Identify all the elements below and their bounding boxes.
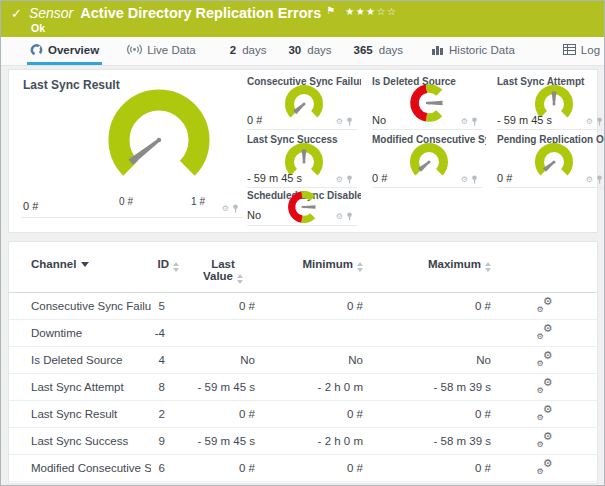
gauge-pin-icon[interactable]: [596, 175, 603, 184]
sensor-overview-window: ✓ Sensor Active Directory Replication Er…: [0, 0, 605, 486]
gauges-panel: Last Sync Result 0 # 1 # 0 # ⚙ Consecuti…: [8, 69, 598, 233]
column-header-last-value[interactable]: LastValue: [189, 242, 257, 293]
tile-divider: [21, 217, 243, 218]
gauge-tile-scheduled-sync-disabled[interactable]: Scheduled Sync Disabled No ⚙: [247, 188, 361, 226]
gauge-settings-gear-icon[interactable]: ⚙: [336, 176, 343, 184]
gauge-value: 0 #: [247, 114, 262, 126]
channel-last-value: [189, 320, 257, 347]
gauge-settings-gear-icon[interactable]: ⚙: [461, 118, 468, 126]
channel-settings-icon[interactable]: ⚙⚙: [538, 352, 553, 366]
tab-live-data-label: Live Data: [147, 44, 196, 56]
tile-divider: [372, 187, 482, 188]
channel-settings-icon[interactable]: ⚙⚙: [538, 325, 553, 339]
tab-overview[interactable]: Overview: [27, 37, 102, 65]
gauge-value: No: [372, 114, 386, 126]
sort-toggle-icon: [173, 262, 179, 272]
sensor-tabbar: Overview Live Data 2 days 30 days 365 da…: [1, 37, 604, 66]
tab-log-label: Log: [581, 44, 600, 56]
bar-chart-icon: [431, 44, 444, 55]
channel-last-value: 0 #: [189, 401, 257, 428]
column-header-id[interactable]: ID: [151, 242, 189, 293]
gauge-pin-icon[interactable]: [346, 175, 353, 184]
gauge-scale-min: 0 #: [111, 196, 141, 207]
gauge-tile-last-sync-result[interactable]: Last Sync Result 0 # 1 # 0 # ⚙: [19, 74, 245, 220]
gauge-settings-gear-icon[interactable]: ⚙: [461, 176, 468, 184]
tile-divider: [372, 129, 482, 130]
consecutive-sync-failures-gauge: [281, 84, 327, 124]
gauge-pin-icon[interactable]: [346, 117, 353, 126]
gauge-icon: [30, 43, 43, 56]
priority-stars[interactable]: ★★★☆☆: [345, 6, 397, 17]
column-header-minimum[interactable]: Minimum: [257, 242, 365, 293]
channel-maximum: 1 #: [365, 482, 493, 486]
table-row[interactable]: Downtime -4 ⚙⚙: [9, 320, 597, 347]
channel-name[interactable]: Last Sync Success: [9, 428, 151, 455]
channel-name[interactable]: Last Sync Attempt: [9, 374, 151, 401]
table-row[interactable]: Last Sync Attempt 8 - 59 m 45 s - 2 h 0 …: [9, 374, 597, 401]
gauge-pin-icon[interactable]: [596, 117, 603, 126]
channel-id: 9: [151, 428, 189, 455]
channel-maximum: 0 #: [365, 455, 493, 482]
gauge-pin-icon[interactable]: [471, 175, 478, 184]
gauge-needle: [552, 92, 557, 105]
priority-flag-icon[interactable]: ⚑: [326, 5, 335, 16]
table-row[interactable]: Pending Replication Op... 7 0 # 0 # 1 # …: [9, 482, 597, 486]
tab-30-days[interactable]: 30 days: [285, 37, 334, 65]
channel-settings-icon[interactable]: ⚙⚙: [538, 406, 553, 420]
gauge-tile-consecutive-sync-failures[interactable]: Consecutive Sync Failures 0 # ⚙: [247, 74, 361, 132]
channel-last-value: - 59 m 45 s: [189, 374, 257, 401]
tab-log[interactable]: Log: [560, 37, 603, 65]
gauge-value: 0 #: [372, 172, 387, 184]
gauge-settings-gear-icon[interactable]: ⚙: [336, 118, 343, 126]
table-row[interactable]: Last Sync Result 2 0 # 0 # 0 # ⚙⚙: [9, 401, 597, 428]
sort-toggle-icon: [357, 262, 363, 272]
tab-365-days[interactable]: 365 days: [351, 37, 406, 65]
pending-replication-operations-gauge: [531, 142, 577, 182]
gauge-settings-gear-icon[interactable]: ⚙: [586, 176, 593, 184]
gauge-settings-gear-icon[interactable]: ⚙: [586, 118, 593, 126]
channel-minimum: - 2 h 0 m: [257, 428, 365, 455]
gauge-pin-icon[interactable]: [471, 117, 478, 126]
ok-check-icon: ✓: [11, 6, 22, 21]
column-header-channel[interactable]: Channel: [9, 242, 151, 293]
channel-maximum: - 58 m 39 s: [365, 374, 493, 401]
table-row[interactable]: Consecutive Sync Failur... 5 0 # 0 # 0 #…: [9, 293, 597, 320]
column-header-maximum[interactable]: Maximum: [365, 242, 493, 293]
table-row[interactable]: Last Sync Success 9 - 59 m 45 s - 2 h 0 …: [9, 428, 597, 455]
channel-settings-icon[interactable]: ⚙⚙: [538, 298, 553, 312]
channel-name[interactable]: Last Sync Result: [9, 401, 151, 428]
tab-365-days-label: days: [379, 44, 403, 56]
log-list-icon: [563, 44, 576, 55]
gauge-needle: [302, 150, 307, 163]
gauge-settings-gear-icon[interactable]: ⚙: [336, 213, 343, 221]
tab-2-days[interactable]: 2 days: [227, 37, 270, 65]
gauge-tile-last-sync-success[interactable]: Last Sync Success - 59 m 45 s ⚙: [247, 132, 361, 190]
gauge-tile-modified-consecutive-sync-failures[interactable]: Modified Consecutive Sync F... 0 # ⚙: [372, 132, 486, 190]
gauge-value: No: [247, 209, 261, 221]
channel-name[interactable]: Consecutive Sync Failur...: [9, 293, 151, 320]
gauge-tile-last-sync-attempt[interactable]: Last Sync Attempt - 59 m 45 s ⚙: [497, 74, 605, 132]
channel-id: 8: [151, 374, 189, 401]
tab-2-days-number: 2: [230, 44, 236, 56]
gauge-tile-is-deleted-source[interactable]: Is Deleted Source No ⚙: [372, 74, 486, 132]
channel-settings-icon[interactable]: ⚙⚙: [538, 379, 553, 393]
gauge-tile-pending-replication-operations[interactable]: Pending Replication Operatio... 0 # ⚙: [497, 132, 605, 190]
tab-historic-data[interactable]: Historic Data: [428, 37, 518, 65]
channel-settings-icon[interactable]: ⚙⚙: [538, 433, 553, 447]
table-row[interactable]: Modified Consecutive S... 6 0 # 0 # 0 # …: [9, 455, 597, 482]
gauge-scale-max: 1 #: [183, 196, 213, 207]
channel-settings-icon[interactable]: ⚙⚙: [538, 460, 553, 474]
gauge-pin-icon[interactable]: [232, 204, 239, 213]
channel-id: 6: [151, 455, 189, 482]
channel-name[interactable]: Pending Replication Op...: [9, 482, 151, 486]
tab-30-days-number: 30: [288, 44, 301, 56]
table-row[interactable]: Is Deleted Source 4 No No No ⚙⚙: [9, 347, 597, 374]
channel-name[interactable]: Downtime: [9, 320, 151, 347]
channel-name[interactable]: Modified Consecutive S...: [9, 455, 151, 482]
channel-last-value: 0 #: [189, 455, 257, 482]
channel-name[interactable]: Is Deleted Source: [9, 347, 151, 374]
gauge-settings-gear-icon[interactable]: ⚙: [222, 205, 229, 213]
gauge-pin-icon[interactable]: [346, 212, 353, 221]
tab-live-data[interactable]: Live Data: [124, 37, 199, 65]
channel-id: -4: [151, 320, 189, 347]
